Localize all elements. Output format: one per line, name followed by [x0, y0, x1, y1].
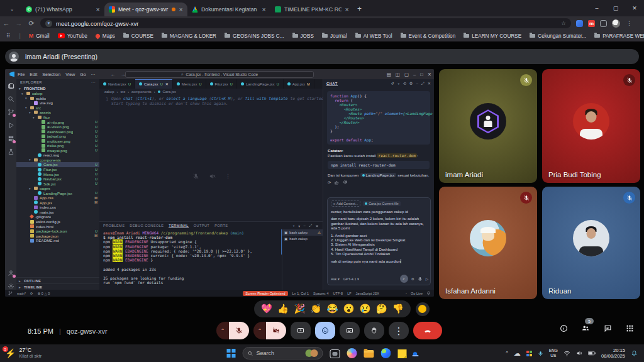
tree-item[interactable]: Fitur.jsxU — [16, 167, 99, 172]
tree-item[interactable]: Sdk.jsxU — [16, 181, 99, 186]
editor-tab[interactable]: LandingPage.jsxU — [237, 79, 284, 89]
skin-tone-selector[interactable] — [416, 302, 430, 316]
tree-item[interactable]: risiko.pngU — [16, 143, 99, 148]
status-item[interactable]: Ln 1, Col 1 — [292, 292, 309, 295]
reactions-button[interactable] — [315, 322, 335, 339]
panel-close-icon[interactable]: ✕ — [316, 224, 319, 228]
tree-item[interactable]: jadwal.pngU — [16, 134, 99, 139]
tree-item[interactable]: eslint.config.js — [16, 219, 99, 224]
tree-item[interactable]: ▾pages — [16, 186, 99, 191]
maximize-button[interactable]: ▢ — [606, 5, 625, 11]
regenerate-icon[interactable]: ⟳ — [328, 180, 331, 185]
tree-item[interactable]: vite.svg — [16, 101, 99, 106]
bookmark-item[interactable]: YouTube — [58, 33, 87, 39]
chrome-taskbar-button[interactable] — [414, 352, 418, 354]
hidden-icons-chevron[interactable]: ⌃ — [505, 351, 508, 356]
source-control-icon[interactable] — [7, 108, 14, 116]
edge-browser-icon[interactable] — [381, 348, 391, 358]
mic-options-chevron[interactable]: ⌃ — [216, 322, 229, 339]
reload-button[interactable]: ⟳ — [25, 19, 38, 28]
editor-tab[interactable]: App.jsxM — [284, 79, 314, 89]
tab-close-icon[interactable]: ✕ — [345, 7, 349, 13]
tree-item[interactable]: ▾src — [16, 106, 99, 111]
minimize-button[interactable]: – — [587, 5, 606, 11]
new-chat-icon[interactable]: + — [397, 81, 400, 86]
editor-tab[interactable]: Cara.jsxU✕ — [135, 79, 173, 89]
tree-item[interactable]: multiuser.pngU — [16, 138, 99, 143]
reaction-emoji-button[interactable]: 🤔 — [376, 304, 387, 314]
toggle-panel-icon[interactable]: ▤ — [387, 72, 391, 77]
chat-input-text[interactable]: center, bertuliskan cara penggunaan cake… — [331, 209, 427, 263]
profile-avatar[interactable] — [612, 19, 620, 28]
model-selector[interactable]: GPT-4.1 ▾ — [343, 277, 359, 281]
manage-gear-icon[interactable] — [7, 282, 14, 290]
tree-item[interactable]: Cara.jsxU — [16, 162, 99, 167]
bookmark-item[interactable]: LEARN MY COURSE — [464, 33, 521, 39]
accounts-icon[interactable] — [7, 269, 14, 277]
toggle-sidebar-icon[interactable]: ◫ — [396, 72, 400, 77]
menu-edit[interactable]: Edit — [30, 72, 37, 77]
bookmark-item[interactable]: PARAFRASE WEB — [594, 33, 644, 39]
menu-[interactable]: ··· — [91, 72, 96, 77]
panel-tab-ports[interactable]: PORTS — [214, 224, 228, 228]
battery-icon[interactable] — [588, 351, 596, 356]
reaction-emoji-button[interactable]: 😢 — [360, 304, 371, 314]
tree-item[interactable]: App.cssM — [16, 195, 99, 200]
new-terminal-icon[interactable]: + — [292, 224, 295, 228]
chat-icon[interactable] — [602, 322, 613, 334]
explorer-icon[interactable] — [7, 82, 14, 89]
panel-minimize-icon[interactable]: – — [304, 224, 306, 228]
tree-item[interactable]: ▾components — [16, 158, 99, 163]
menu-view[interactable]: View — [65, 72, 75, 77]
bookmark-item[interactable]: Journal — [322, 33, 347, 39]
tools-gear-icon[interactable]: ⚙ — [411, 277, 414, 281]
bookmark-star-icon[interactable]: ☆ — [561, 20, 566, 26]
thumbs-up-icon[interactable] — [335, 180, 339, 185]
bookmark-item[interactable]: MAGANG & LOKER — [162, 33, 216, 39]
sticky-notes-icon[interactable] — [398, 349, 407, 358]
panel-minimize-icon[interactable]: – — [416, 81, 418, 86]
status-item[interactable]: Spaces: 4 — [313, 292, 328, 295]
tree-item[interactable]: index.html — [16, 224, 99, 229]
site-info-icon[interactable]: ▾ — [45, 20, 52, 27]
tree-item[interactable]: riwayat.pngU — [16, 148, 99, 153]
tree-item[interactable]: index.css — [16, 205, 99, 210]
tree-item[interactable]: package-lock.jsonU — [16, 229, 99, 234]
back-button[interactable]: ← — [0, 19, 13, 27]
status-item[interactable]: JavaScript JSX — [356, 292, 379, 295]
raise-hand-button[interactable] — [364, 322, 384, 339]
breadcrumb-item[interactable]: components — [131, 90, 152, 94]
panel-tab-problems[interactable]: PROBLEMS — [103, 224, 125, 228]
history-back-icon[interactable]: ← — [111, 72, 116, 77]
reaction-emoji-button[interactable]: 👍 — [277, 304, 289, 314]
send-icon[interactable]: ▷ — [426, 277, 428, 281]
terminal-session-item[interactable]: ▣bash cakep⚠ — [282, 229, 323, 236]
browser-tab[interactable]: TIMELINE PKM-KC ROAD TO P...✕ — [270, 3, 353, 16]
new-tab-button[interactable]: + — [357, 4, 362, 13]
outline-section[interactable]: ▸OUTLINE — [16, 277, 99, 283]
extension-m-icon[interactable]: m — [588, 20, 595, 27]
bookmark-item[interactable]: Cekungan Sumater... — [530, 33, 586, 39]
color-grid-icon[interactable] — [526, 351, 532, 356]
bookmark-item[interactable]: MGmail — [29, 33, 50, 39]
browser-menu-icon[interactable]: ⋮ — [626, 20, 632, 26]
editor-tab[interactable]: Navbar.jsxU — [99, 79, 135, 89]
tree-item[interactable]: dashboard.pngU — [16, 129, 99, 134]
participant-tile[interactable]: Pria Budi Tobing — [542, 69, 640, 183]
screen-reader-badge[interactable]: Screen Reader Optimized — [243, 291, 287, 296]
people-icon[interactable]: 5 — [580, 322, 591, 334]
activities-grid-icon[interactable] — [624, 322, 635, 334]
start-button[interactable] — [227, 349, 236, 358]
tree-item[interactable]: .gitignore — [16, 214, 99, 219]
panel-tab-output[interactable]: OUTPUT — [194, 224, 209, 228]
tree-item[interactable]: Navbar.jsxU — [16, 177, 99, 182]
browser-tab[interactable]: ✆(71) WhatsApp✕ — [21, 3, 104, 16]
menu-go[interactable]: Go — [80, 72, 86, 77]
notifications-bell-icon[interactable] — [631, 350, 638, 357]
reaction-emoji-button[interactable]: 👎 — [392, 304, 404, 314]
tree-item[interactable]: ai-nlp.pngU — [16, 119, 99, 124]
extensions-puzzle-icon[interactable] — [600, 20, 607, 27]
camera-options-chevron[interactable]: ⌃ — [253, 322, 266, 339]
weather-widget[interactable]: ⚡5 27°C Kilat di sktr — [5, 348, 42, 359]
present-screen-button[interactable] — [291, 322, 311, 339]
